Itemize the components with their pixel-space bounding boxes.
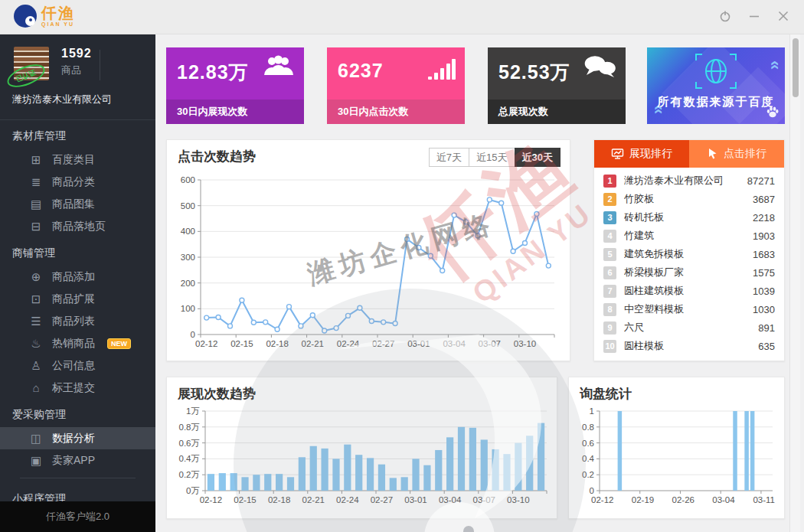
chevron-up-icon: »	[764, 60, 784, 70]
ranking-tab[interactable]: 点击排行	[689, 140, 784, 168]
rank-badge: 1	[603, 175, 616, 188]
rank-value: 1903	[753, 230, 775, 242]
product-count: 1592	[61, 47, 92, 60]
minimize-icon[interactable]	[747, 9, 761, 23]
rank-badge: 6	[603, 266, 616, 279]
svg-text:03-10: 03-10	[514, 339, 536, 348]
signal-bars-icon	[427, 58, 456, 84]
stat-label: 30日内点击次数	[327, 100, 465, 124]
rank-name: 六尺	[624, 321, 758, 335]
banner-text: 所有数据来源于百度	[647, 95, 785, 109]
baidu-paw-icon	[766, 106, 779, 121]
svg-text:03-04: 03-04	[712, 495, 735, 504]
range-button[interactable]: 近7天	[429, 148, 469, 167]
sidebar-item[interactable]: ▤商品图集	[0, 193, 155, 215]
rank-badge: 8	[603, 303, 616, 316]
ranking-row: 8中空塑料模板1030	[603, 300, 775, 318]
landing-page-icon: ⊟	[29, 220, 43, 233]
close-icon[interactable]	[776, 9, 790, 23]
svg-text:02-27: 02-27	[371, 495, 393, 504]
sidebar-item-label: 商品落地页	[52, 220, 106, 233]
sidebar-item-label: 商品图集	[52, 197, 95, 211]
sidebar-menu: 素材库管理⊞百度类目≣商品分类▤商品图集⊟商品落地页商铺管理⊕商品添加⊡商品扩展…	[0, 120, 155, 511]
sidebar-item-label: 商品扩展	[52, 292, 95, 306]
svg-text:0.4: 0.4	[582, 454, 595, 463]
scrollbar-track[interactable]	[789, 34, 800, 532]
svg-text:02-18: 02-18	[266, 339, 288, 348]
svg-text:02-21: 02-21	[302, 339, 324, 348]
titlebar: 仟渔 QIAN YU	[0, 0, 804, 34]
sidebar-item[interactable]: ≣商品分类	[0, 171, 155, 193]
scrollbar-thumb[interactable]	[793, 38, 799, 97]
power-icon[interactable]	[718, 9, 732, 23]
sidebar-item[interactable]: ⊕商品添加	[0, 266, 155, 288]
clicks-trend-chart: 010020030040050060002-1202-1502-1802-210…	[173, 172, 562, 359]
svg-text:02-12: 02-12	[591, 495, 613, 504]
ranking-row: 3砖机托板2218	[603, 208, 775, 227]
gallery-icon: ▤	[29, 197, 43, 211]
sidebar-item-label: 商品列表	[52, 315, 95, 328]
svg-text:02-26: 02-26	[672, 495, 695, 504]
stat-label: 总展现次数	[488, 100, 626, 124]
sidebar-item[interactable]: ⊟商品落地页	[0, 215, 155, 237]
panel-title: 点击次数趋势	[178, 148, 256, 165]
rank-value: 891	[758, 322, 775, 334]
svg-text:02-19: 02-19	[632, 495, 654, 504]
rank-name: 竹胶板	[624, 192, 753, 206]
sidebar-item[interactable]: ◫数据分析	[0, 427, 155, 449]
menu-divider	[20, 478, 136, 478]
ranking-tab[interactable]: 展现排行	[594, 140, 689, 168]
svg-text:02-18: 02-18	[268, 495, 290, 504]
stat-value: 52.53万	[498, 60, 570, 85]
svg-text:1: 1	[590, 406, 594, 416]
clicks-trend: 010020030040050060002-1202-1502-1802-210…	[173, 172, 562, 356]
brand-subtitle: QIAN YU	[41, 21, 75, 27]
svg-text:02-12: 02-12	[195, 339, 217, 348]
svg-text:0万: 0万	[186, 486, 200, 495]
clicks-trend-panel: 点击次数趋势 近7天近15天近30天 010020030040050060002…	[166, 139, 570, 361]
list-icon: ☰	[29, 315, 43, 328]
sidebar-item[interactable]: ♨热销商品NEW	[0, 332, 155, 354]
sidebar-item[interactable]: ⊡商品扩展	[0, 288, 155, 310]
printer-icon: ▣	[29, 454, 43, 468]
sidebar-item-label: 商品添加	[52, 270, 95, 284]
sidebar-item-label: 数据分析	[52, 432, 95, 446]
sidebar-item-label: 商品分类	[52, 175, 95, 189]
baidu-data-banner[interactable]: » » 所有数据来源于百度	[647, 47, 785, 124]
svg-text:100: 100	[181, 304, 195, 313]
fire-icon: ♨	[29, 337, 43, 351]
sidebar: 已认证 1592 商品 潍坊浩泰木业有限公司 素材库管理⊞百度类目≣商品分类▤商…	[0, 34, 155, 532]
range-button[interactable]: 近15天	[469, 148, 515, 167]
ranking-row: 4竹建筑1903	[603, 227, 775, 245]
sidebar-section-header: 爱采购管理	[0, 399, 155, 427]
rank-value: 2218	[753, 212, 775, 224]
rank-name: 建筑免拆模板	[624, 247, 753, 261]
app-window: 仟渔 QIAN YU 已认证 1592 商品 潍坊浩泰木业有	[0, 0, 804, 532]
sidebar-item[interactable]: ⌂标王提交	[0, 377, 155, 399]
svg-text:0.6万: 0.6万	[179, 439, 201, 448]
rank-name: 中空塑料模板	[624, 302, 753, 316]
sidebar-item[interactable]: ♙公司信息	[0, 354, 155, 377]
svg-text:0.8: 0.8	[582, 423, 594, 432]
sidebar-item-label: 公司信息	[52, 359, 95, 373]
window-controls	[718, 9, 790, 23]
sidebar-item[interactable]: ▣卖家APP	[0, 449, 155, 472]
fish-logo-icon	[14, 5, 37, 28]
panel-title: 展现次数趋势	[178, 385, 256, 403]
impressions-trend: 0万0.2万0.4万0.6万0.8万1万02-1202-1502-1802-21…	[172, 405, 553, 514]
company-profile: 已认证 1592 商品 潍坊浩泰木业有限公司	[0, 34, 155, 120]
stat-card-impressions-total: 52.53万 总展现次数	[488, 47, 626, 124]
svg-text:02-12: 02-12	[200, 495, 222, 504]
rank-name: 砖机托板	[624, 211, 753, 224]
svg-text:02-15: 02-15	[234, 495, 256, 504]
rank-value: 1039	[753, 286, 775, 297]
rank-value: 1575	[753, 267, 775, 279]
grid-icon: ⊞	[29, 153, 43, 167]
sidebar-item[interactable]: ⊞百度类目	[0, 149, 155, 171]
rank-badge: 7	[603, 285, 616, 298]
sidebar-item[interactable]: ☰商品列表	[0, 310, 155, 332]
range-button[interactable]: 近30天	[515, 148, 561, 167]
rank-value: 3687	[753, 194, 775, 205]
rank-badge: 9	[603, 321, 616, 335]
svg-text:03-01: 03-01	[407, 339, 430, 348]
